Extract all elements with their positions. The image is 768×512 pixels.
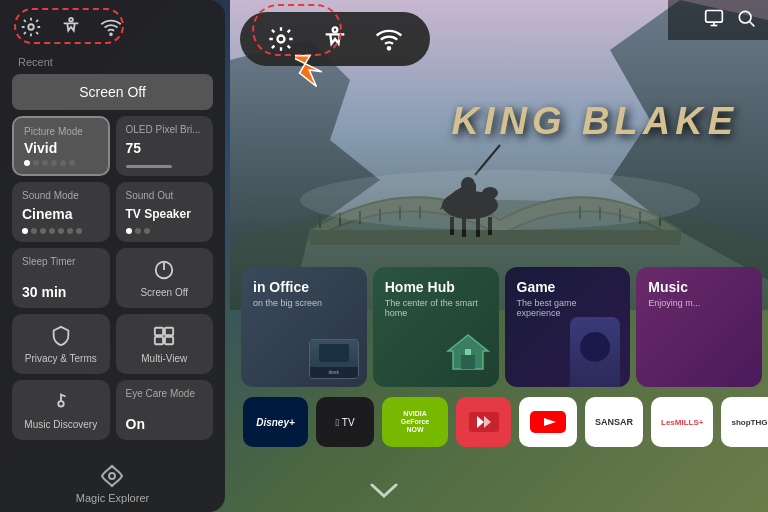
magic-explorer-icon xyxy=(100,464,124,488)
svg-rect-42 xyxy=(165,327,173,334)
sound-mode-dots xyxy=(22,228,100,234)
quick-settings-bar xyxy=(240,12,430,66)
svg-line-31 xyxy=(750,22,755,27)
king-blake-title: KING BLAKE xyxy=(452,100,738,143)
screen-off-button[interactable]: Screen Off xyxy=(12,74,213,110)
svg-rect-43 xyxy=(155,336,163,343)
top-settings-grid: Picture Mode Vivid OLED Pixel Bri... 75 xyxy=(12,116,213,176)
apps-row: Disney+  TV NVIDIAGeForceNOW SANSAR Les… xyxy=(235,392,768,452)
office-illustration: desk xyxy=(309,339,359,379)
nvidia-app-tile[interactable]: NVIDIAGeForceNOW xyxy=(382,397,448,447)
privacy-multiview-grid: Privacy & Terms Multi-View xyxy=(12,314,213,374)
shop-app-tile[interactable]: shopTHG xyxy=(721,397,768,447)
masterclass-icon xyxy=(469,412,499,432)
svg-point-36 xyxy=(28,24,34,30)
sound-mode-card[interactable]: Sound Mode Cinema xyxy=(12,182,110,242)
svg-point-46 xyxy=(109,473,115,479)
picture-mode-card[interactable]: Picture Mode Vivid xyxy=(12,116,110,176)
multiview-icon xyxy=(153,325,175,347)
eyecare-music-grid: Music Discovery Eye Care Mode On xyxy=(12,380,213,440)
youtube-app-tile[interactable] xyxy=(519,397,577,447)
sidebar-gear-icon[interactable] xyxy=(20,16,42,42)
power-icon xyxy=(153,259,175,281)
svg-point-34 xyxy=(388,47,390,49)
svg-rect-48 xyxy=(461,355,475,369)
game-card[interactable]: Game The best game experience xyxy=(505,267,631,387)
homehub-card[interactable]: Home Hub The center of the smart home xyxy=(373,267,499,387)
sidebar-accessibility-icon[interactable] xyxy=(60,16,82,42)
oled-brightness-card[interactable]: OLED Pixel Bri... 75 xyxy=(116,116,214,176)
svg-rect-27 xyxy=(706,11,723,23)
sound-settings-grid: Sound Mode Cinema Sound Out TV Speaker xyxy=(12,182,213,242)
svg-point-37 xyxy=(69,18,73,22)
qs-gear-icon[interactable] xyxy=(264,22,298,56)
svg-rect-44 xyxy=(165,336,173,343)
lesmills-label: LesMILLS+ xyxy=(661,418,703,427)
music-icon xyxy=(50,391,72,413)
svg-point-33 xyxy=(333,27,338,32)
sansar-app-tile[interactable]: SANSAR xyxy=(585,397,643,447)
svg-rect-41 xyxy=(155,327,163,334)
music-discovery-card[interactable]: Music Discovery xyxy=(12,380,110,440)
brightness-bar xyxy=(126,165,173,168)
svg-point-32 xyxy=(278,36,285,43)
nvidia-label: NVIDIAGeForceNOW xyxy=(401,410,429,433)
game-illustration xyxy=(560,307,630,387)
svg-point-26 xyxy=(300,170,700,230)
top-bar xyxy=(668,0,768,40)
search-icon[interactable] xyxy=(736,8,756,32)
sidebar-bottom: Magic Explorer xyxy=(12,460,213,504)
sound-out-card[interactable]: Sound Out TV Speaker xyxy=(116,182,214,242)
screen-off-icon-card[interactable]: Screen Off xyxy=(116,248,214,308)
timer-screenoff-grid: Sleep Timer 30 min Screen Off xyxy=(12,248,213,308)
youtube-icon xyxy=(530,411,566,433)
qs-wifi-icon[interactable] xyxy=(372,22,406,56)
featured-cards-row: in Office on the big screen desk Home Hu… xyxy=(235,267,768,387)
music-card[interactable]: Music Enjoying m... xyxy=(636,267,762,387)
sidebar-top-icons xyxy=(12,12,213,46)
recent-label: Recent xyxy=(12,56,213,68)
sansar-label: SANSAR xyxy=(595,417,633,427)
appletv-app-tile[interactable]:  TV xyxy=(316,397,374,447)
homehub-illustration xyxy=(443,327,493,381)
monitor-icon[interactable] xyxy=(704,8,724,32)
multi-view-card[interactable]: Multi-View xyxy=(116,314,214,374)
eye-care-card[interactable]: Eye Care Mode On xyxy=(116,380,214,440)
sidebar-wifi-icon[interactable] xyxy=(100,16,122,42)
svg-rect-49 xyxy=(465,349,471,355)
privacy-terms-card[interactable]: Privacy & Terms xyxy=(12,314,110,374)
svg-point-45 xyxy=(58,401,64,407)
svg-rect-4 xyxy=(310,230,680,245)
magic-explorer-button[interactable]: Magic Explorer xyxy=(76,464,149,504)
sleep-timer-card[interactable]: Sleep Timer 30 min xyxy=(12,248,110,308)
down-arrow[interactable] xyxy=(370,481,398,504)
appletv-label:  TV xyxy=(335,417,354,428)
svg-point-30 xyxy=(739,11,751,23)
picture-mode-dots xyxy=(24,160,98,166)
shield-icon xyxy=(50,325,72,347)
sidebar-panel: Recent Screen Off Picture Mode Vivid OLE… xyxy=(0,0,225,512)
shop-label: shopTHG xyxy=(731,418,767,427)
office-card[interactable]: in Office on the big screen desk xyxy=(241,267,367,387)
disney-app-tile[interactable]: Disney+ xyxy=(243,397,308,447)
disney-label: Disney+ xyxy=(256,417,295,428)
qs-accessibility-icon[interactable] xyxy=(318,22,352,56)
lesmills-app-tile[interactable]: LesMILLS+ xyxy=(651,397,713,447)
svg-point-38 xyxy=(110,33,112,35)
sound-out-dots xyxy=(126,228,204,234)
masterclass-app-tile[interactable] xyxy=(456,397,511,447)
